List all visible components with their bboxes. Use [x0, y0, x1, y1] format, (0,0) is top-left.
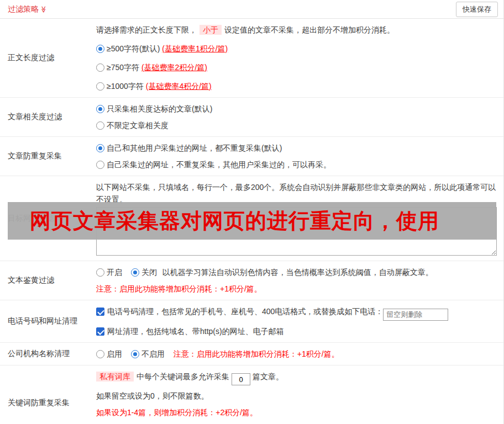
row-label-length-filter: 正文长度过滤 [0, 19, 93, 97]
filter-strategy-section-header[interactable]: 过滤策略≫ [8, 4, 48, 14]
company-option-on[interactable]: 启用 [96, 349, 122, 358]
row-label-relevance-filter: 文章相关度过滤 [0, 98, 93, 136]
radio-dedupe-all-users[interactable] [96, 144, 104, 152]
chevron-down-icon: ≫ [40, 6, 48, 13]
keyword-count-input[interactable] [232, 373, 250, 385]
phone-clean-line: 电话号码清理，包括常见的手机号、座机号、400电话格式，或替换成如下电话： [96, 305, 497, 321]
phone-clean-label: 电话号码清理，包括常见的手机号、座机号、400电话格式，或替换成如下电话： [107, 307, 383, 316]
radio-relevance-strict[interactable] [96, 105, 104, 113]
porn-filter-content: 开启 关闭 以机器学习算法自动识别色情内容，当色情概率达到系统阈值，自动屏蔽文章… [93, 261, 503, 300]
relevance-option-any[interactable]: 不限定文章相关度 [96, 119, 497, 131]
dedupe-option-all-users-label: 自己和其他用户采集过的网址，都不重复采集(默认) [107, 144, 282, 152]
length-option-500-label: ≥500字符(默认) [107, 44, 160, 53]
porn-filter-description: 以机器学习算法自动识别色情内容，当色情概率达到系统阈值，自动屏蔽文章。 [162, 268, 433, 277]
porn-filter-options: 开启 关闭 以机器学习算法自动识别色情内容，当色情概率达到系统阈值，自动屏蔽文章… [96, 266, 497, 278]
length-option-750-fee: (基础费率2积分/篇) [141, 63, 207, 72]
section-title: 过滤策略 [8, 4, 39, 13]
url-clean-line: 网址清理，包括纯域名、带http(s)的网址、电子邮箱 [96, 325, 497, 337]
relevance-option-any-label: 不限定文章相关度 [107, 121, 169, 130]
radio-company-on[interactable] [96, 350, 104, 358]
phone-replace-input[interactable] [383, 309, 448, 321]
porn-option-off[interactable]: 关闭 [131, 268, 157, 277]
company-option-off[interactable]: 不启用 [131, 349, 165, 358]
company-clean-content: 启用 不启用 注意：启用此功能将增加积分消耗：+1积分/篇。 [93, 343, 503, 365]
length-option-1000-fee: (基础费率4积分/篇) [146, 82, 212, 91]
porn-option-on[interactable]: 开启 [96, 268, 122, 277]
length-filter-intro: 请选择需求的正文长度下限，小于设定值的文章不采集，超出部分不增加积分消耗。 [96, 24, 497, 36]
topbar: 过滤策略≫ 快速保存 [0, 0, 503, 19]
radio-length-1000[interactable] [96, 82, 104, 91]
row-company-clean: 公司机构名称清理 启用 不启用 注意：启用此功能将增加积分消耗：+1积分/篇。 [0, 343, 503, 365]
length-option-1000[interactable]: ≥1000字符 (基础费率4积分/篇) [96, 80, 497, 92]
intro-pre: 请选择需求的正文长度下限， [96, 25, 197, 34]
keyword-note-zero: 如果留空或设为0，则不限篇数。 [96, 390, 497, 402]
keyword-note-1to4: 如果设为1-4篇，则增加积分消耗：+2积分/篇。 [96, 406, 497, 418]
radio-length-500[interactable] [96, 45, 104, 53]
filter-settings-page: 过滤策略≫ 快速保存 正文长度过滤 请选择需求的正文长度下限，小于设定值的文章不… [0, 0, 504, 424]
length-option-500-fee: (基础费率1积分/篇) [162, 44, 228, 53]
radio-relevance-any[interactable] [96, 121, 104, 130]
length-option-750-label: ≥750字符 [107, 63, 139, 72]
relevance-option-strict[interactable]: 只采集相关度达标的文章(默认) [96, 103, 497, 115]
row-relevance-filter: 文章相关度过滤 只采集相关度达标的文章(默认) 不限定文章相关度 [0, 98, 503, 137]
row-keyword-dedupe: 关键词防重复采集 私有词库中每个关键词最多允许采集篇文章。 如果留空或设为0，则… [0, 365, 503, 424]
row-label-porn-filter: 文本鉴黄过滤 [0, 261, 93, 300]
relevance-filter-content: 只采集相关度达标的文章(默认) 不限定文章相关度 [93, 98, 503, 136]
company-option-off-label: 不启用 [141, 349, 165, 358]
quick-save-button[interactable]: 快速保存 [456, 2, 498, 17]
radio-porn-on[interactable] [96, 268, 104, 277]
private-lexicon-tag: 私有词库 [96, 372, 134, 381]
keyword-limit-post: 篇文章。 [253, 372, 284, 381]
length-option-500[interactable]: ≥500字符(默认) (基础费率1积分/篇) [96, 43, 497, 55]
relevance-option-strict-label: 只采集相关度达标的文章(默认) [107, 104, 212, 113]
porn-option-on-label: 开启 [107, 268, 122, 277]
radio-length-750[interactable] [96, 63, 104, 72]
radio-company-off[interactable] [131, 350, 139, 358]
company-option-on-label: 启用 [107, 349, 122, 358]
length-filter-content: 请选择需求的正文长度下限，小于设定值的文章不采集，超出部分不增加积分消耗。 ≥5… [93, 19, 503, 97]
dedupe-option-self-only[interactable]: 自己采集过的网址，不重复采集，其他用户采集过的，可以再采。 [96, 158, 497, 171]
radio-dedupe-self-only[interactable] [96, 161, 104, 169]
checkbox-phone-clean[interactable] [96, 308, 104, 316]
dedupe-option-self-only-label: 自己采集过的网址，不重复采集，其他用户采集过的，可以再采。 [107, 160, 331, 169]
radio-porn-off[interactable] [131, 268, 139, 277]
row-label-dedupe-collect: 文章防重复采集 [0, 137, 93, 176]
keyword-dedupe-content: 私有词库中每个关键词最多允许采集篇文章。 如果留空或设为0，则不限篇数。 如果设… [93, 365, 503, 424]
url-clean-label: 网址清理，包括纯域名、带http(s)的网址、电子邮箱 [107, 327, 284, 336]
length-option-750[interactable]: ≥750字符 (基础费率2积分/篇) [96, 61, 497, 73]
row-length-filter: 正文长度过滤 请选择需求的正文长度下限，小于设定值的文章不采集，超出部分不增加积… [0, 19, 503, 98]
checkbox-url-clean[interactable] [96, 327, 104, 336]
row-porn-filter: 文本鉴黄过滤 开启 关闭 以机器学习算法自动识别色情内容，当色情概率达到系统阈值… [0, 261, 503, 300]
length-option-1000-label: ≥1000字符 [107, 82, 144, 91]
company-clean-note: 注意：启用此功能将增加积分消耗：+1积分/篇。 [174, 349, 339, 358]
dedupe-collect-content: 自己和其他用户采集过的网址，都不重复采集(默认) 自己采集过的网址，不重复采集，… [93, 137, 503, 176]
intro-post: 设定值的文章不采集，超出部分不增加积分消耗。 [224, 25, 395, 34]
dedupe-option-all-users[interactable]: 自己和其他用户采集过的网址，都不重复采集(默认) [96, 142, 497, 154]
row-label-phone-url-clean: 电话号码和网址清理 [0, 300, 93, 342]
watermark-text: 网页文章采集器对网页的进行重定向，使用 [30, 207, 439, 235]
watermark-overlay: 网页文章采集器对网页的进行重定向，使用 [8, 202, 496, 240]
phone-url-clean-content: 电话号码清理，包括常见的手机号、座机号、400电话格式，或替换成如下电话： 网址… [93, 300, 503, 342]
porn-filter-note: 注意：启用此功能将增加积分消耗：+1积分/篇。 [96, 283, 497, 295]
keyword-limit-line: 私有词库中每个关键词最多允许采集篇文章。 [96, 370, 497, 386]
intro-highlight: 小于 [200, 25, 222, 35]
row-label-company-clean: 公司机构名称清理 [0, 343, 93, 365]
row-label-keyword-dedupe: 关键词防重复采集 [0, 365, 93, 424]
row-dedupe-collect: 文章防重复采集 自己和其他用户采集过的网址，都不重复采集(默认) 自己采集过的网… [0, 137, 503, 176]
row-phone-url-clean: 电话号码和网址清理 电话号码清理，包括常见的手机号、座机号、400电话格式，或替… [0, 300, 503, 343]
porn-option-off-label: 关闭 [141, 268, 157, 277]
company-clean-options: 启用 不启用 注意：启用此功能将增加积分消耗：+1积分/篇。 [96, 348, 497, 360]
keyword-limit-mid: 中每个关键词最多允许采集 [136, 372, 229, 381]
